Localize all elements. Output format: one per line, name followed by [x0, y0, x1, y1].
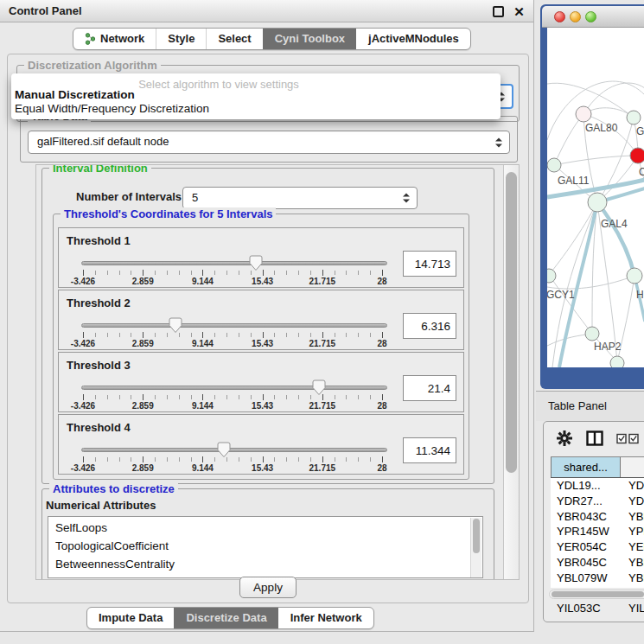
slider-track[interactable] [81, 323, 387, 328]
slider-thumb-icon[interactable] [217, 442, 231, 458]
threshold-value-field[interactable]: 21.4 [403, 375, 456, 401]
slider-tick-label: 15.43 [252, 463, 273, 473]
network-edge[interactable] [547, 276, 634, 289]
minimize-traffic-light-icon[interactable] [570, 11, 581, 22]
slider-thumb-icon[interactable] [169, 317, 182, 334]
attribute-item-betweennesscentrality[interactable]: BetweennessCentrality [55, 555, 482, 573]
slider-major-tick [322, 456, 323, 462]
vertical-scrollbar[interactable] [503, 165, 519, 579]
slider-tick-label: 28 [377, 339, 386, 348]
slider-major-tick [382, 270, 383, 276]
threshold-slider[interactable]: -3.4262.8599.14415.4321.71528 [81, 379, 392, 411]
attribute-item-topologicalcoefficient[interactable]: TopologicalCoefficient [55, 537, 482, 555]
network-edge[interactable] [549, 275, 592, 334]
tab-impute-data[interactable]: Impute Data [87, 608, 174, 628]
network-node[interactable] [547, 269, 556, 283]
network-node[interactable] [610, 356, 624, 367]
tab-discretize-data[interactable]: Discretize Data [174, 608, 277, 628]
network-view-window: GAL80GAGAL11CGAL4GCY1HHAP2 [540, 4, 644, 389]
attribute-item-selfloops[interactable]: SelfLoops [55, 519, 482, 537]
close-icon[interactable]: ✕ [513, 6, 525, 17]
network-node[interactable] [630, 148, 644, 163]
slider-major-tick [382, 394, 383, 400]
apply-button[interactable]: Apply [239, 577, 296, 598]
threshold-panel: Threshold 2 -3.4262.8599.14415.4321.7152… [58, 290, 464, 350]
node-table[interactable]: shared...na...YDL19...YDL1...YDR27...YDR… [551, 456, 644, 588]
vertical-scrollbar-thumb[interactable] [506, 172, 517, 473]
table-cell: YBR045C [551, 555, 621, 571]
slider-tick-label: 21.715 [309, 277, 336, 286]
slider-track[interactable] [81, 386, 387, 390]
threshold-slider[interactable]: -3.4262.8599.14415.4321.71528 [81, 316, 392, 349]
network-node[interactable] [585, 327, 599, 341]
horizontal-scrollbar-thumb[interactable] [552, 591, 644, 597]
table-row[interactable]: YBR043CYBR0... [551, 509, 644, 525]
slider-thumb-icon[interactable] [312, 379, 326, 396]
attributes-scrollbar[interactable] [470, 518, 481, 578]
algorithm-group-title: Discretization Algorithm [24, 59, 161, 72]
threshold-value-field[interactable]: 11.344 [403, 437, 456, 463]
table-cell: YBR043C [551, 509, 621, 525]
slider-ticks [83, 395, 383, 399]
network-node[interactable] [627, 268, 642, 284]
slider-thumb-icon[interactable] [249, 255, 263, 271]
network-node[interactable] [588, 193, 607, 212]
network-edge[interactable] [554, 114, 583, 165]
network-edge[interactable] [554, 156, 638, 165]
threshold-slider[interactable]: -3.4262.8599.14415.4321.71528 [81, 441, 392, 474]
slider-tick-label: 21.715 [309, 463, 336, 473]
tab-network[interactable]: Network [73, 29, 156, 49]
dropdown-item-manual-discretization[interactable]: Manual Discretization [14, 88, 498, 102]
threshold-slider[interactable]: -3.4262.8599.14415.4321.71528 [81, 254, 392, 287]
network-node[interactable] [547, 158, 561, 172]
network-edge-highlighted[interactable] [559, 202, 597, 367]
table-cell: YER054C [551, 539, 621, 555]
table-panel-header: Table Panel [536, 391, 644, 421]
table-panel-title: Table Panel [548, 392, 607, 421]
column-header-na-[interactable]: na... [621, 457, 644, 477]
table-cell: YIL053C [551, 601, 621, 616]
slider-major-tick [83, 456, 84, 462]
table-row[interactable]: YER054CYER0... [551, 539, 644, 555]
tab-label: jActiveMNodules [368, 29, 459, 49]
threshold-label: Threshold 4 [67, 421, 131, 434]
number-of-intervals-combobox[interactable]: 5 [182, 187, 418, 209]
dropdown-item-equal-width-frequency-discretization[interactable]: Equal Width/Frequency Discretization [14, 102, 498, 116]
close-traffic-light-icon[interactable] [554, 11, 565, 22]
network-node-label: HAP2 [594, 341, 622, 353]
threshold-value-field[interactable]: 14.713 [403, 251, 456, 277]
network-edge-highlighted[interactable] [597, 202, 634, 276]
table-cell: YBR0... [621, 555, 644, 571]
network-node-label: GA [636, 125, 644, 137]
tab-infer-network[interactable]: Infer Network [278, 608, 373, 628]
slider-track[interactable] [81, 261, 387, 265]
tab-select[interactable]: Select [206, 29, 262, 49]
column-header-shared-[interactable]: shared... [551, 457, 621, 477]
table-data-combobox[interactable]: galFiltered.sif default node [28, 131, 510, 154]
network-node[interactable] [576, 106, 591, 122]
table-data-combo-value: galFiltered.sif default node [37, 131, 169, 153]
network-node[interactable] [627, 111, 641, 124]
table-row[interactable]: YBL079WYBL0... [551, 571, 644, 586]
zoom-traffic-light-icon[interactable] [585, 11, 596, 22]
tab-cyni-toolbox[interactable]: Cyni Toolbox [263, 29, 356, 49]
network-canvas[interactable]: GAL80GAGAL11CGAL4GCY1HHAP2 [547, 28, 644, 367]
table-row[interactable]: YDL19...YDL1... [551, 478, 644, 494]
slider-track[interactable] [81, 448, 387, 452]
slider-tick-label: 9.144 [192, 339, 214, 348]
columns-icon[interactable] [586, 430, 603, 446]
network-window-titlebar[interactable] [542, 6, 644, 28]
table-row[interactable]: YDR27...YDR2... [551, 494, 644, 509]
numerical-attributes-list[interactable]: SelfLoopsTopologicalCoefficientBetweenne… [48, 516, 483, 578]
table-row[interactable]: YPR145WYPR1... [551, 524, 644, 539]
tab-jactivemnodules[interactable]: jActiveMNodules [356, 29, 470, 49]
horizontal-scrollbar[interactable] [549, 590, 644, 599]
tab-style[interactable]: Style [156, 29, 206, 49]
gear-icon[interactable] [556, 430, 573, 447]
select-columns-icon[interactable] [616, 433, 639, 444]
apply-row: Apply [8, 573, 528, 603]
table-row[interactable]: YIL053CYIL0... [551, 601, 644, 616]
threshold-value-field[interactable]: 6.316 [403, 313, 456, 339]
float-window-icon[interactable] [493, 6, 504, 17]
table-row[interactable]: YBR045CYBR0... [551, 555, 644, 571]
